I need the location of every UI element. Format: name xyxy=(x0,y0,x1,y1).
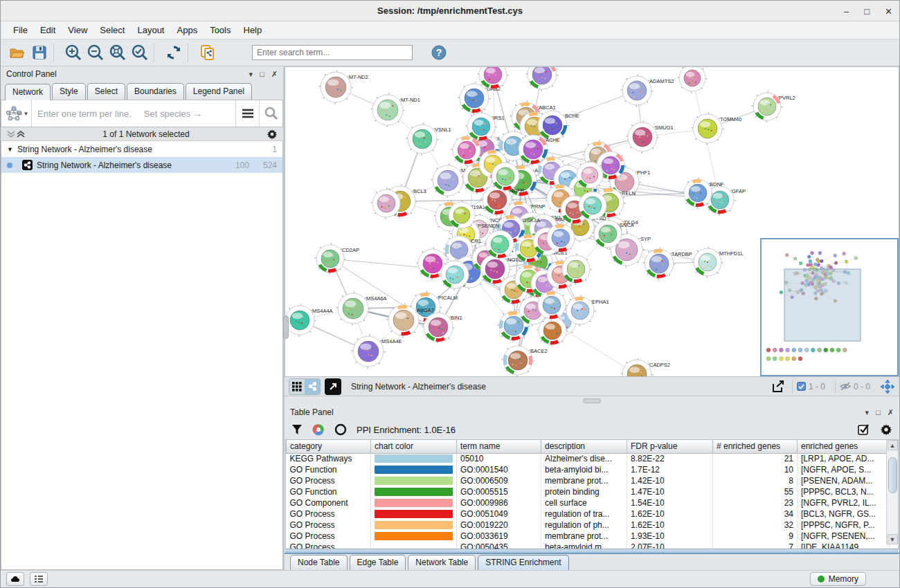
export-network-icon[interactable] xyxy=(771,380,786,394)
table-vertical-scrollbar[interactable]: ▲ ▼ xyxy=(886,440,898,544)
network-node-tomm40[interactable]: TOMM40 xyxy=(692,113,742,145)
string-options-icon[interactable] xyxy=(235,100,259,127)
filter-icon[interactable] xyxy=(291,424,303,435)
network-options-gear-icon[interactable] xyxy=(267,129,278,140)
panel-float-icon[interactable]: □ xyxy=(260,70,264,78)
menu-item-layout[interactable]: Layout xyxy=(132,23,170,37)
table-row[interactable]: GO FunctionGO:0005515protein binding1.47… xyxy=(287,486,890,497)
column-header-description[interactable]: description xyxy=(541,440,627,453)
network-node-bche[interactable]: BCHE xyxy=(537,110,579,141)
table-row[interactable]: GO ProcessGO:0006509membrane prot...1.42… xyxy=(287,475,890,486)
open-in-window-icon[interactable] xyxy=(325,378,341,395)
string-logo-icon[interactable]: STRING ▾ xyxy=(1,100,32,127)
network-node-pvrl2[interactable]: PVRL2 xyxy=(753,92,795,122)
tab-legend-panel[interactable]: Legend Panel xyxy=(186,83,252,100)
select-all-checkbox-icon[interactable] xyxy=(858,423,870,436)
tab-string-enrichment[interactable]: STRING Enrichment xyxy=(478,555,568,570)
string-search-icon[interactable] xyxy=(259,100,282,127)
clone-network-icon[interactable] xyxy=(197,42,219,63)
network-share-icon[interactable] xyxy=(305,379,320,394)
network-collection-row[interactable]: ▼ String Network - Alzheimer's disease 1 xyxy=(1,141,282,157)
table-row[interactable]: GO ProcessGO:0019220regulation of ph...1… xyxy=(287,520,890,531)
menu-item-edit[interactable]: Edit xyxy=(35,23,61,37)
string-term-input[interactable]: Enter one term per line. Set species → xyxy=(32,109,235,119)
welcome-screen-button[interactable] xyxy=(6,572,24,586)
table-panel-menu-icon[interactable]: ▾ xyxy=(865,408,870,417)
string-dropdown-caret[interactable]: ▾ xyxy=(24,110,28,117)
horizontal-splitter[interactable] xyxy=(285,396,899,405)
table-panel-float-icon[interactable]: □ xyxy=(876,408,881,416)
clear-color-icon[interactable] xyxy=(334,423,347,436)
panel-splitter-grip[interactable] xyxy=(283,315,289,339)
table-row[interactable]: GO FunctionGO:0001540beta-amyloid bi...1… xyxy=(287,464,890,475)
selected-checkbox-icon[interactable] xyxy=(797,382,806,391)
search-input[interactable] xyxy=(252,45,413,60)
save-icon[interactable] xyxy=(28,42,51,63)
menu-item-view[interactable]: View xyxy=(62,23,93,37)
column-header-chart-color[interactable]: chart color xyxy=(371,440,457,453)
expand-all-icon[interactable] xyxy=(16,130,26,138)
scroll-down-arrow[interactable]: ▼ xyxy=(888,534,898,544)
grid-view-icon[interactable] xyxy=(289,379,305,394)
tab-network-table[interactable]: Network Table xyxy=(408,555,476,570)
help-icon[interactable]: ? xyxy=(428,42,450,63)
zoom-selected-icon[interactable] xyxy=(129,42,151,63)
minimize-button[interactable]: – xyxy=(844,6,849,17)
tab-style[interactable]: Style xyxy=(52,83,86,100)
menu-item-tools[interactable]: Tools xyxy=(204,23,236,37)
column-header-term-name[interactable]: term name xyxy=(457,440,541,453)
network-canvas[interactable]: MT-ND2MT-ND1VSNL1GAB2ADAMTS2PVRL2TOMM40S… xyxy=(285,66,899,377)
column-header-enriched-genes[interactable]: enriched genes xyxy=(798,440,890,453)
table-row[interactable]: GO ProcessGO:0033619membrane prot...1.93… xyxy=(287,531,890,542)
network-node-mt-nd1[interactable]: MT-ND1 xyxy=(372,94,420,127)
tab-boundaries[interactable]: Boundaries xyxy=(127,83,184,100)
menu-item-help[interactable]: Help xyxy=(238,23,268,37)
zoom-fit-icon[interactable] xyxy=(107,42,129,63)
network-node-ms4a4e[interactable]: MS4A4E xyxy=(352,336,402,368)
menu-item-file[interactable]: File xyxy=(8,23,33,37)
table-panel-close-icon[interactable]: ✗ xyxy=(888,408,894,417)
tab-node-table[interactable]: Node Table xyxy=(290,555,348,570)
network-node-smug1[interactable]: SMUG1 xyxy=(627,122,674,153)
collapse-all-icon[interactable] xyxy=(6,130,16,138)
column-header-enriched-genes[interactable]: # enriched genes xyxy=(713,440,798,453)
network-node-cadps2[interactable]: CADPS2 xyxy=(622,359,671,377)
network-node[interactable] xyxy=(527,67,558,91)
table-row[interactable]: GO ProcessGO:0050435beta-amyloid m...2.0… xyxy=(287,542,890,549)
network-node-mthfd1l[interactable]: MTHFD1L xyxy=(693,248,744,277)
open-folder-icon[interactable] xyxy=(6,42,28,63)
network-node-adamts2[interactable]: ADAMTS2 xyxy=(622,75,674,107)
network-node-epha1[interactable]: EPHA1 xyxy=(566,296,609,326)
network-node-vsnl1[interactable]: VSNL1 xyxy=(407,124,451,155)
tab-edge-table[interactable]: Edge Table xyxy=(350,555,406,570)
hidden-eye-icon[interactable] xyxy=(840,382,851,391)
chart-color-icon[interactable] xyxy=(312,423,325,436)
menu-item-apps[interactable]: Apps xyxy=(172,23,204,37)
refresh-icon[interactable] xyxy=(163,42,185,63)
navigate-move-icon[interactable] xyxy=(880,379,895,394)
birdseye-view[interactable] xyxy=(760,238,899,376)
network-node-cd2ap[interactable]: CD2AP xyxy=(316,244,360,274)
birdseye-viewport[interactable] xyxy=(784,269,861,341)
scrollbar-thumb[interactable] xyxy=(888,457,897,493)
panel-close-icon[interactable]: ✗ xyxy=(271,70,278,79)
panel-menu-icon[interactable]: ▾ xyxy=(249,70,253,79)
table-row[interactable]: KEGG Pathways05010Alzheimer's dise...8.8… xyxy=(287,453,890,464)
task-history-button[interactable] xyxy=(30,572,48,586)
network-node-tardbp[interactable]: TARDBP xyxy=(644,248,692,279)
column-header-fdr-p-value[interactable]: FDR p-value xyxy=(627,440,713,453)
tree-expand-icon[interactable]: ▼ xyxy=(7,146,13,153)
table-row[interactable]: GO ProcessGO:0051049regulation of tra...… xyxy=(287,508,890,520)
tab-network[interactable]: Network xyxy=(5,84,51,100)
set-species-label[interactable]: Set species → xyxy=(144,109,202,119)
column-header-category[interactable]: category xyxy=(287,440,371,453)
close-button[interactable]: ✕ xyxy=(885,6,892,17)
network-row[interactable]: String Network - Alzheimer's disease 100… xyxy=(1,157,282,173)
network-node[interactable] xyxy=(678,67,707,93)
zoom-in-icon[interactable] xyxy=(62,42,84,63)
scroll-up-arrow[interactable]: ▲ xyxy=(888,440,898,450)
maximize-button[interactable]: □ xyxy=(864,6,870,17)
tab-select[interactable]: Select xyxy=(87,83,125,100)
menu-item-select[interactable]: Select xyxy=(94,23,130,37)
zoom-out-icon[interactable] xyxy=(84,42,107,63)
